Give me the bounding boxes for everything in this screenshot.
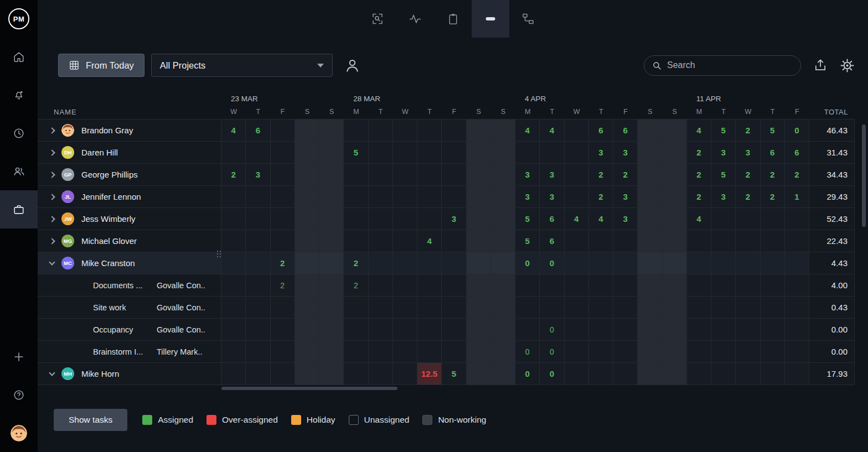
day-cell[interactable] <box>663 341 687 363</box>
day-cell[interactable]: 0 <box>540 319 564 341</box>
day-cell[interactable] <box>761 341 785 363</box>
day-cell[interactable]: 2 <box>221 164 246 186</box>
day-cell[interactable] <box>319 297 344 319</box>
day-cell[interactable] <box>246 274 270 297</box>
day-cell[interactable] <box>319 164 344 186</box>
sidebar-item-help[interactable] <box>0 376 38 414</box>
day-cell[interactable] <box>589 274 613 297</box>
day-cell[interactable]: 2 <box>736 120 760 142</box>
day-cell[interactable] <box>417 186 442 208</box>
day-cell[interactable] <box>589 297 613 319</box>
day-cell[interactable] <box>540 274 564 297</box>
tab-workflow[interactable] <box>509 0 547 38</box>
tab-activity[interactable] <box>396 0 434 38</box>
chevron-down-icon[interactable] <box>49 370 55 376</box>
day-cell[interactable] <box>711 274 736 297</box>
day-cell[interactable] <box>246 186 270 208</box>
day-cell[interactable]: 6 <box>246 120 270 142</box>
day-cell[interactable] <box>442 120 466 142</box>
day-cell[interactable] <box>393 319 417 341</box>
day-cell[interactable] <box>344 230 368 252</box>
day-cell[interactable] <box>589 230 613 252</box>
person-row-name[interactable]: GPGeorge Phillips <box>38 164 221 186</box>
day-cell[interactable]: 4 <box>221 120 246 142</box>
person-row-name[interactable]: JWJess Wimberly <box>38 208 221 230</box>
day-cell[interactable] <box>442 341 466 363</box>
day-cell[interactable]: 0 <box>785 120 809 142</box>
day-cell[interactable]: 6 <box>761 142 785 164</box>
day-cell[interactable] <box>246 363 270 385</box>
day-cell[interactable] <box>271 319 295 341</box>
day-cell[interactable] <box>663 208 687 230</box>
day-cell[interactable] <box>687 274 711 297</box>
day-cell[interactable] <box>246 341 270 363</box>
day-cell[interactable] <box>246 230 270 252</box>
day-cell[interactable] <box>785 208 809 230</box>
day-cell[interactable] <box>369 120 393 142</box>
day-cell[interactable] <box>467 341 491 363</box>
day-cell[interactable]: 2 <box>687 142 711 164</box>
day-cell[interactable] <box>785 297 809 319</box>
day-cell[interactable] <box>663 297 687 319</box>
day-cell[interactable]: 5 <box>761 120 785 142</box>
day-cell[interactable]: 0 <box>515 363 540 385</box>
day-cell[interactable] <box>246 142 270 164</box>
day-cell[interactable] <box>393 363 417 385</box>
sidebar-item-add[interactable] <box>0 337 38 376</box>
day-cell[interactable] <box>295 252 319 274</box>
day-cell[interactable]: 3 <box>711 142 736 164</box>
day-cell[interactable]: 2 <box>761 164 785 186</box>
day-cell[interactable] <box>761 363 785 385</box>
day-cell[interactable] <box>344 164 368 186</box>
day-cell[interactable] <box>393 297 417 319</box>
day-cell[interactable] <box>589 252 613 274</box>
day-cell[interactable] <box>736 208 760 230</box>
day-cell[interactable] <box>417 120 442 142</box>
day-cell[interactable] <box>491 186 515 208</box>
day-cell[interactable] <box>515 319 540 341</box>
task-row-name[interactable]: Documents ...Govalle Con.. <box>38 274 221 297</box>
day-cell[interactable] <box>393 341 417 363</box>
day-cell[interactable] <box>442 274 466 297</box>
day-cell[interactable] <box>393 252 417 274</box>
day-cell[interactable] <box>491 142 515 164</box>
day-cell[interactable] <box>761 230 785 252</box>
day-cell[interactable] <box>246 252 270 274</box>
day-cell[interactable]: 2 <box>687 186 711 208</box>
day-cell[interactable] <box>319 363 344 385</box>
day-cell[interactable]: 6 <box>785 142 809 164</box>
day-cell[interactable]: 0 <box>515 341 540 363</box>
day-cell[interactable] <box>613 363 638 385</box>
project-filter-dropdown[interactable]: All Projects <box>151 54 333 77</box>
day-cell[interactable] <box>467 142 491 164</box>
day-cell[interactable]: 3 <box>442 208 466 230</box>
tab-reports[interactable] <box>434 0 472 38</box>
chevron-right-icon[interactable] <box>49 149 55 155</box>
day-cell[interactable] <box>319 341 344 363</box>
day-cell[interactable] <box>565 297 589 319</box>
day-cell[interactable] <box>687 363 711 385</box>
sidebar-item-work[interactable] <box>0 190 38 228</box>
day-cell[interactable] <box>442 230 466 252</box>
day-cell[interactable]: 5 <box>442 363 466 385</box>
day-cell[interactable]: 2 <box>736 164 760 186</box>
day-cell[interactable]: 2 <box>761 186 785 208</box>
day-cell[interactable]: 4 <box>515 120 540 142</box>
day-cell[interactable]: 2 <box>736 186 760 208</box>
day-cell[interactable]: 2 <box>344 252 368 274</box>
person-row-name[interactable]: MCMike Cranston <box>38 252 221 274</box>
day-cell[interactable] <box>417 142 442 164</box>
day-cell[interactable] <box>540 297 564 319</box>
day-cell[interactable] <box>761 297 785 319</box>
day-cell[interactable] <box>736 230 760 252</box>
day-cell[interactable] <box>417 319 442 341</box>
day-cell[interactable]: 3 <box>736 142 760 164</box>
day-cell[interactable] <box>369 208 393 230</box>
task-row-name[interactable]: Brainstorm I...Tillery Mark.. <box>38 341 221 363</box>
day-cell[interactable] <box>442 319 466 341</box>
day-cell[interactable] <box>442 164 466 186</box>
day-cell[interactable] <box>369 186 393 208</box>
day-cell[interactable] <box>319 230 344 252</box>
day-cell[interactable]: 2 <box>589 186 613 208</box>
day-cell[interactable] <box>638 186 662 208</box>
